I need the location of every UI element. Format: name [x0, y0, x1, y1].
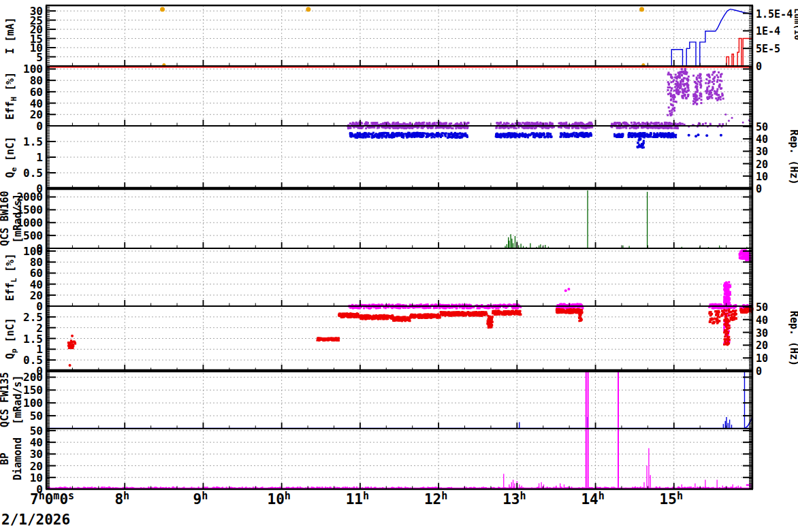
right-ytick-label: 1E-4 — [756, 25, 780, 37]
ytick-label: 20 — [30, 289, 43, 302]
ytick-label: 0 — [36, 120, 43, 133]
xtick-label: 14h — [581, 490, 604, 508]
ytick-label: 50 — [30, 410, 43, 422]
her-current — [46, 9, 752, 66]
right-ytick-label: 0 — [756, 183, 762, 195]
ytick-label: 100 — [23, 397, 43, 410]
right-ytick-label: 40 — [756, 133, 768, 146]
accelerator-status-page: 2/1/2026 5101520253005E-51E-41.5E-4I [mA… — [0, 0, 798, 532]
q-positron — [67, 307, 754, 349]
ytick-label: 1.5 — [23, 135, 43, 148]
axis-labels: 5101520253005E-51E-41.5E-4I [mA]Lum(1002… — [0, 5, 798, 496]
ytick-label: 60 — [30, 267, 43, 280]
eff-h-high — [667, 68, 724, 116]
ytick-label: 150 — [23, 384, 43, 397]
ytick-label: 0.5 — [23, 167, 43, 180]
ler-current — [727, 39, 752, 67]
ytick-label: 100 — [23, 63, 43, 76]
gridlines — [46, 5, 752, 489]
axis-title: QCS FW135 — [0, 372, 11, 427]
xtick-label: 10h — [268, 490, 291, 508]
panel-qcs-fw135 — [46, 372, 752, 429]
right-ytick-label: 5E-5 — [756, 43, 780, 55]
right-ytick-label: 30 — [756, 146, 768, 158]
axis-title: BP — [0, 452, 11, 465]
axis-title: EffL [%] — [4, 254, 18, 301]
panel-bp-diamond — [46, 371, 752, 490]
panel-charge-electron — [347, 124, 722, 149]
q-positron-dots — [69, 335, 74, 367]
axis-title: Diamond — [12, 437, 24, 480]
axis-title: [mRad/s] — [12, 375, 24, 424]
ytick-label: 40 — [30, 436, 43, 449]
right-ytick-label: 50 — [756, 301, 768, 314]
axis-title: Qe [nC] — [4, 137, 18, 178]
ytick-label: 200 — [23, 371, 43, 384]
ytick-label: 80 — [30, 74, 43, 87]
right-ytick-label: 1.5E-4 — [756, 8, 793, 20]
xtick-label: 8h — [114, 490, 129, 508]
right-ytick-label: 0 — [756, 61, 762, 73]
q-electron — [349, 132, 677, 149]
timeseries-chart: 2/1/2026 5101520253005E-51E-41.5E-4I [mA… — [0, 0, 798, 532]
eff-l-smear — [723, 281, 731, 306]
ytick-label: 30 — [30, 5, 43, 18]
right-ytick-label: 30 — [756, 327, 768, 339]
panel-charge-positron — [67, 304, 754, 367]
right-axis-title: Rep. (Hz) — [788, 311, 798, 366]
right-ytick-label: 50 — [756, 121, 768, 133]
bp-diamond-saturated-spikes — [586, 371, 618, 489]
ytick-label: 20 — [30, 108, 43, 121]
xtick-label: 11h — [346, 490, 369, 508]
panel-eff-ler — [351, 249, 751, 307]
eff-l-dots — [564, 288, 571, 292]
qcs-bw160-spikes — [505, 190, 749, 248]
axis-title: I [mA] — [4, 17, 16, 54]
xtick-label: 9h — [193, 490, 208, 508]
xtick-label: 13h — [502, 490, 526, 508]
qcs-fw135-spikes — [520, 372, 745, 429]
date-label: 2/1/2026 — [1, 512, 70, 528]
axis-ticks — [46, 5, 752, 489]
right-ytick-label: 20 — [756, 159, 768, 171]
axis-title: [mRad/s] — [12, 194, 24, 243]
axis-title: QCS BW160 — [0, 190, 11, 246]
axis-title: Qp [nC] — [4, 318, 18, 359]
xtick-label: 12h — [424, 490, 447, 508]
ytick-label: 20 — [30, 460, 43, 473]
ytick-label: 100 — [23, 245, 43, 258]
right-ytick-label: 10 — [756, 171, 768, 183]
right-ytick-label: 0 — [756, 365, 762, 378]
ytick-label: 1 — [36, 151, 43, 164]
q-electron-sparse — [688, 133, 722, 137]
bp-diamond-spikes — [504, 448, 739, 489]
right-ytick-label: 40 — [756, 314, 768, 327]
ytick-label: 80 — [30, 256, 43, 269]
axis-title: EffH [%] — [4, 72, 18, 120]
ytick-label: 30 — [30, 448, 43, 461]
right-axis-title-clipped: Lum(10 — [793, 8, 798, 40]
ytick-label: 2.5 — [23, 311, 43, 324]
right-ytick-label: 10 — [756, 352, 768, 365]
right-ytick-label: 20 — [756, 339, 768, 352]
xtick-start-label: 7h0m0s — [30, 490, 74, 508]
x-axis-labels: 7h0m0s8h9h10h11h12h13h14h15h — [30, 490, 683, 508]
right-axis-title: Rep. (Hz) — [788, 129, 798, 184]
ytick-label: 40 — [30, 97, 43, 110]
ytick-label: 50 — [30, 425, 43, 437]
ytick-label: 10 — [30, 471, 43, 484]
panel-eff-her — [347, 68, 750, 127]
ytick-label: 60 — [30, 86, 43, 99]
ytick-label: 500 — [23, 229, 43, 242]
xtick-label: 15h — [660, 490, 683, 508]
panel-qcs-bw160 — [458, 190, 752, 248]
panel-beam-current — [46, 7, 752, 67]
ytick-label: 40 — [30, 278, 43, 291]
